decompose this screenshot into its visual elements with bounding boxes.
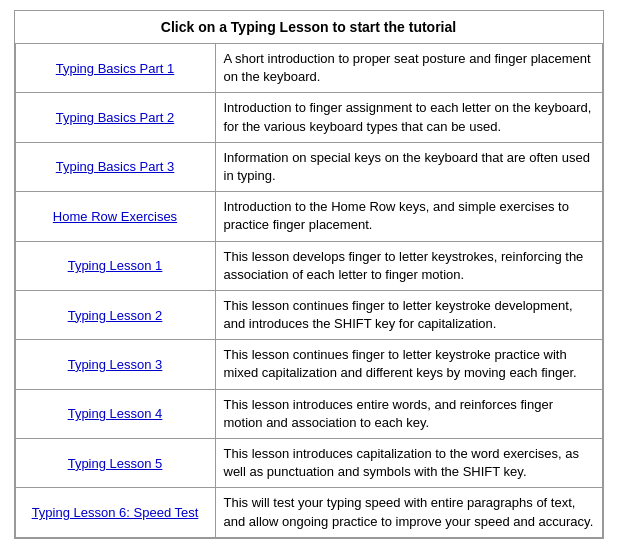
table-row: Typing Lesson 1This lesson develops fing…: [15, 241, 602, 290]
lessons-table-container: Click on a Typing Lesson to start the tu…: [14, 10, 604, 539]
lesson-description: A short introduction to proper seat post…: [215, 44, 602, 93]
lesson-description: This lesson develops finger to letter ke…: [215, 241, 602, 290]
lesson-description: Information on special keys on the keybo…: [215, 142, 602, 191]
lesson-link[interactable]: Typing Lesson 3: [68, 357, 163, 372]
table-row: Typing Lesson 2This lesson continues fin…: [15, 290, 602, 339]
lesson-description: This lesson continues finger to letter k…: [215, 290, 602, 339]
lesson-link[interactable]: Typing Basics Part 1: [56, 61, 175, 76]
lesson-link-cell[interactable]: Typing Lesson 3: [15, 340, 215, 389]
table-row: Typing Basics Part 3Information on speci…: [15, 142, 602, 191]
lesson-link-cell[interactable]: Typing Basics Part 2: [15, 93, 215, 142]
table-row: Typing Basics Part 1A short introduction…: [15, 44, 602, 93]
table-row: Typing Basics Part 2Introduction to fing…: [15, 93, 602, 142]
table-header: Click on a Typing Lesson to start the tu…: [15, 11, 602, 44]
lesson-link[interactable]: Typing Lesson 4: [68, 406, 163, 421]
lesson-link-cell[interactable]: Home Row Exercises: [15, 192, 215, 241]
lesson-link[interactable]: Home Row Exercises: [53, 209, 177, 224]
lesson-description: This will test your typing speed with en…: [215, 488, 602, 537]
lesson-link-cell[interactable]: Typing Lesson 4: [15, 389, 215, 438]
table-row: Typing Lesson 4This lesson introduces en…: [15, 389, 602, 438]
lessons-table: Click on a Typing Lesson to start the tu…: [15, 11, 603, 538]
lesson-description: Introduction to the Home Row keys, and s…: [215, 192, 602, 241]
lesson-link-cell[interactable]: Typing Basics Part 3: [15, 142, 215, 191]
table-row: Home Row ExercisesIntroduction to the Ho…: [15, 192, 602, 241]
lesson-description: This lesson introduces entire words, and…: [215, 389, 602, 438]
table-row: Typing Lesson 6: Speed TestThis will tes…: [15, 488, 602, 537]
lesson-link[interactable]: Typing Lesson 5: [68, 456, 163, 471]
lesson-link-cell[interactable]: Typing Lesson 5: [15, 439, 215, 488]
lesson-link[interactable]: Typing Lesson 1: [68, 258, 163, 273]
lesson-description: This lesson introduces capitalization to…: [215, 439, 602, 488]
lesson-link-cell[interactable]: Typing Lesson 2: [15, 290, 215, 339]
lesson-link[interactable]: Typing Basics Part 2: [56, 110, 175, 125]
lesson-link-cell[interactable]: Typing Lesson 6: Speed Test: [15, 488, 215, 537]
lesson-link-cell[interactable]: Typing Lesson 1: [15, 241, 215, 290]
lesson-description: This lesson continues finger to letter k…: [215, 340, 602, 389]
lesson-link[interactable]: Typing Lesson 2: [68, 308, 163, 323]
lesson-link[interactable]: Typing Basics Part 3: [56, 159, 175, 174]
table-row: Typing Lesson 5This lesson introduces ca…: [15, 439, 602, 488]
lesson-link-cell[interactable]: Typing Basics Part 1: [15, 44, 215, 93]
lesson-description: Introduction to finger assignment to eac…: [215, 93, 602, 142]
lesson-link[interactable]: Typing Lesson 6: Speed Test: [32, 505, 199, 520]
table-row: Typing Lesson 3This lesson continues fin…: [15, 340, 602, 389]
